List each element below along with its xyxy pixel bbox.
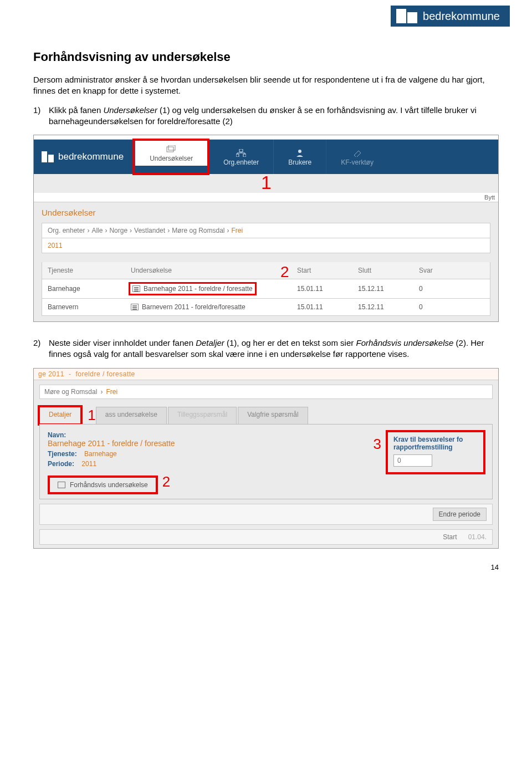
brand-header: bedrekommune [391, 6, 510, 27]
user-icon [295, 149, 305, 157]
svg-point-5 [298, 150, 301, 153]
breadcrumb[interactable]: Møre og Romsdal› Frei [39, 385, 493, 399]
page-title: Forhåndsvisning av undersøkelse [33, 50, 499, 64]
tab-kfverktoy[interactable]: KF-verktøy [326, 140, 388, 174]
requirement-input[interactable] [393, 454, 432, 467]
highlight-box-2: Barnehage 2011 - foreldre / foresatte [129, 282, 257, 295]
tab-valgfrie[interactable]: Valgfrie spørsmål [238, 407, 308, 424]
svg-rect-0 [167, 147, 173, 152]
tab-detaljer[interactable]: Detaljer [39, 407, 81, 424]
marker-2: 2 [162, 473, 170, 490]
document-icon [132, 285, 140, 292]
wrench-icon [352, 149, 362, 157]
tab-brukere[interactable]: Brukere [273, 140, 326, 174]
tab-tilpass[interactable]: ass undersøkelse [96, 407, 167, 424]
marker-1: 1 [88, 407, 95, 424]
screenshot-2: ge 2011-foreldre / foresatte Møre og Rom… [33, 368, 499, 549]
marker-3: 3 [374, 436, 381, 453]
top-strip: ge 2011-foreldre / foresatte [34, 369, 498, 380]
marker-1: 1 [261, 173, 532, 192]
page-number: 14 [33, 563, 499, 571]
bottom-row: Endre periode [39, 504, 493, 525]
brand-text: bedrekommune [423, 10, 500, 23]
tab-tillegg[interactable]: Tilleggsspørsmål [168, 407, 237, 424]
buildings-icon [396, 9, 417, 23]
intro-paragraph: Dersom administrator ønsker å se hvordan… [33, 74, 499, 97]
edit-icon [58, 482, 65, 488]
tab-undersokelser[interactable]: Undersøkelser [135, 141, 207, 166]
app-brand: bedrekommune [34, 140, 134, 174]
step-1: 1) Klikk på fanen Undersøkelser (1) og v… [49, 105, 499, 127]
svg-rect-3 [236, 154, 239, 157]
breadcrumb[interactable]: Org. enheter› Alle› Norge› Vestlandet› M… [42, 223, 490, 238]
start-cell: Start 01.04. [443, 533, 487, 541]
svg-rect-2 [239, 149, 243, 152]
tab-orgenheter[interactable]: Org.enheter [208, 140, 273, 174]
buildings-icon [42, 151, 54, 162]
preview-link[interactable]: Forhåndsvis undersøkelse [48, 476, 158, 494]
screenshot-1: bedrekommune Undersøkelser Org.enheter B… [33, 135, 499, 322]
app-navbar: bedrekommune Undersøkelser Org.enheter B… [34, 140, 498, 174]
survey-link[interactable]: Barnehage 2011 - foreldre / foresatte [131, 284, 297, 294]
svg-rect-1 [168, 145, 175, 150]
org-icon [236, 149, 246, 157]
step-2: 2) Neste sider viser innholdet under fan… [49, 338, 499, 360]
detail-pane: 3 Krav til besvarelser forapportfremstil… [39, 424, 493, 499]
requirement-label: Krav til besvarelser forapportfremstilli… [393, 436, 478, 452]
survey-link[interactable]: Barnevern 2011 - foreldre/foresatte [131, 303, 297, 311]
panel-title: Undersøkelser [42, 208, 490, 217]
table-row[interactable]: Barnevern Barnevern 2011 - foreldre/fore… [42, 299, 490, 316]
bytt-link[interactable]: Bytt [34, 193, 498, 202]
table-row[interactable]: Barnehage Barnehage 2011 - foreldre / fo… [42, 279, 490, 299]
year-filter[interactable]: 2011 [42, 238, 490, 253]
step-1-number: 1) [33, 105, 40, 116]
requirement-box: Krav til besvarelser forapportfremstilli… [386, 430, 485, 475]
cards-icon [166, 145, 176, 153]
detail-tabs: Detaljer 1 ass undersøkelse Tilleggsspør… [39, 407, 493, 424]
marker-2: 2 [280, 263, 289, 281]
highlight-box-1: Undersøkelser [132, 139, 209, 175]
table-header: Tjeneste Undersøkelse2 Start Slutt Svar [42, 262, 490, 279]
svg-rect-4 [243, 154, 246, 157]
step-2-number: 2) [33, 338, 40, 349]
document-icon [131, 304, 139, 310]
endre-periode-button[interactable]: Endre periode [433, 508, 487, 521]
